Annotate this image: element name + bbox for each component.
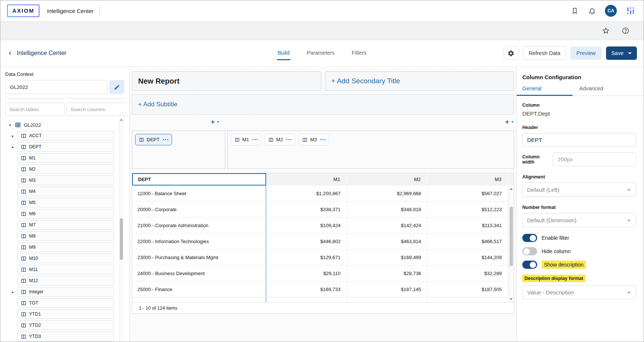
alignment-select[interactable]: Default (Left) <box>522 183 636 197</box>
add-row-column-button[interactable]: + ▾ <box>211 118 219 125</box>
column-width-input[interactable] <box>553 152 636 166</box>
add-secondary-title-box[interactable]: + Add Secondary Title <box>325 71 514 91</box>
app-window: AXIOM Intelligence Center CA <box>0 0 644 342</box>
caret-right-icon[interactable]: ▸ <box>12 134 16 138</box>
grid-cell-m3: $187,505 <box>427 281 508 297</box>
sidebar-scrollbar[interactable] <box>119 118 124 342</box>
tab-parameters[interactable]: Parameters <box>306 46 335 60</box>
grid-scrollbar-thumb[interactable] <box>510 207 513 266</box>
tree-column-box[interactable]: M9 <box>17 242 114 252</box>
column-icon <box>21 200 26 206</box>
apps-grid-button[interactable] <box>625 5 636 16</box>
field-chip-m3[interactable]: M3 <box>299 134 329 145</box>
tree-column-box[interactable]: M10 <box>17 254 114 263</box>
tree-column-box[interactable]: M1 <box>17 153 114 163</box>
field-chip-m2[interactable]: M2 <box>265 134 295 145</box>
save-button[interactable]: Save <box>606 46 637 60</box>
tree-column-box[interactable]: TOT <box>17 298 114 308</box>
tree-column-box[interactable]: ACCT <box>17 131 114 141</box>
caret-right-icon[interactable]: ▸ <box>12 145 16 149</box>
grid-header-m3[interactable]: M3 <box>427 173 508 185</box>
edit-data-context-button[interactable] <box>109 80 124 94</box>
user-avatar[interactable]: CA <box>605 5 617 17</box>
add-subtitle-box[interactable]: + Add Subtitle <box>132 94 514 114</box>
row-fields-dropzone[interactable]: DEPT <box>132 130 225 169</box>
tree-column-box[interactable]: M4 <box>17 187 114 196</box>
chevron-left-icon <box>7 50 13 56</box>
search-tables-input[interactable] <box>5 103 65 116</box>
report-settings-button[interactable] <box>504 46 519 60</box>
items-count: 1 - 10 of 124 items <box>139 306 178 311</box>
tree-column-box[interactable]: M6 <box>17 209 114 219</box>
grid-row[interactable]: 21000 - Corporate Administration $109,42… <box>132 217 514 233</box>
caret-down-icon[interactable]: ▾ <box>217 120 219 124</box>
tree-column-box[interactable]: M8 <box>17 231 114 241</box>
toggle-enable-filter[interactable] <box>522 234 537 242</box>
tree-column-box[interactable]: M3 <box>17 175 114 185</box>
header-input[interactable] <box>522 133 636 147</box>
caret-down-icon[interactable]: ▾ <box>511 120 513 124</box>
tree-column-box[interactable]: Integer <box>17 287 114 297</box>
tree-column-box[interactable]: M11 <box>17 265 114 274</box>
page-header: Intelligence Center Build Parameters Fil… <box>0 40 644 66</box>
grid-row[interactable]: 22000 - Information Technologies $446,80… <box>132 233 514 249</box>
field-chip-dept[interactable]: DEPT <box>135 134 172 145</box>
tree-column-box[interactable]: M5 <box>17 198 114 207</box>
add-column-button[interactable]: + ▾ <box>505 118 513 125</box>
chip-menu-icon[interactable] <box>320 139 325 140</box>
back-link[interactable]: Intelligence Center <box>7 50 277 57</box>
grid-cell-m2: $463,814 <box>347 233 428 249</box>
description-format-select[interactable]: Value - Description <box>522 285 636 299</box>
tree-column-box[interactable]: YTD2 <box>17 320 114 330</box>
grid-row[interactable]: 20000 - Corporate $338,371 $348,818 $512… <box>132 201 514 217</box>
tab-general[interactable]: General <box>522 86 579 96</box>
caret-right-icon[interactable]: ▸ <box>12 290 16 294</box>
notifications-button[interactable] <box>587 6 597 16</box>
tree-column-box[interactable]: YTD3 <box>17 332 114 341</box>
panel-tabs: General Advanced <box>522 86 636 96</box>
refresh-data-button[interactable]: Refresh Data <box>523 46 566 60</box>
grid-header-m1[interactable]: M1 <box>266 173 347 185</box>
grid-row[interactable]: 11000 - Balance Sheet $1,200,867 $2,969,… <box>132 185 514 201</box>
scroll-up-icon[interactable] <box>510 188 513 190</box>
favorite-button[interactable] <box>601 26 610 35</box>
chip-menu-icon[interactable] <box>286 139 291 140</box>
bookmark-button[interactable] <box>570 6 579 15</box>
axiom-logo[interactable]: AXIOM <box>7 4 39 17</box>
tree-column-box[interactable]: M12 <box>17 276 114 285</box>
data-context-input[interactable] <box>5 80 107 94</box>
caret-down-icon[interactable]: ▾ <box>8 123 12 127</box>
tree-column-box[interactable]: DEPT <box>17 142 114 152</box>
tree-column-box[interactable]: M2 <box>17 164 114 174</box>
tree-column-item-integer: ▸ Integer <box>5 287 130 297</box>
help-button[interactable] <box>621 26 630 35</box>
grid-row[interactable]: 23000 - Purchasing & Materials Mgmt $129… <box>132 249 514 265</box>
tree-column-box[interactable]: YTD1 <box>17 309 114 319</box>
tree-root-gl2022[interactable]: ▾ GL2022 <box>5 120 130 129</box>
number-format-select[interactable]: Default (Dimension) <box>522 213 636 227</box>
scroll-down-icon[interactable] <box>510 298 513 300</box>
tree-column-item-tot: ▸ TOT <box>5 298 130 308</box>
tree-column-box[interactable]: M7 <box>17 220 114 230</box>
field-chip-m1[interactable]: M1 <box>231 134 261 145</box>
toggle-show-description[interactable] <box>522 261 537 269</box>
toggle-hide-column[interactable] <box>522 247 537 255</box>
column-fields-dropzone[interactable]: M1 M2 M3 <box>227 130 514 169</box>
scroll-up-icon[interactable] <box>120 119 123 121</box>
tab-filters[interactable]: Filters <box>351 46 367 60</box>
tab-build[interactable]: Build <box>277 46 290 60</box>
tree-column-label: DEPT <box>29 144 41 149</box>
grid-header-m2[interactable]: M2 <box>347 173 428 185</box>
report-title-box[interactable]: New Report <box>132 71 321 91</box>
grid-row[interactable]: 25000 - Finance $169,733 $187,145 $187,5… <box>132 281 514 297</box>
search-columns-input[interactable] <box>66 103 130 116</box>
grid-scrollbar[interactable] <box>508 186 514 302</box>
save-dropdown-caret-icon[interactable] <box>628 52 632 54</box>
preview-button[interactable]: Preview <box>570 46 602 60</box>
chip-menu-icon[interactable] <box>252 139 258 140</box>
tab-advanced[interactable]: Advanced <box>579 86 636 96</box>
grid-row[interactable]: 24000 - Business Development $29,110 $28… <box>132 265 514 281</box>
sidebar-scrollbar-thumb[interactable] <box>120 218 123 260</box>
chip-menu-icon[interactable] <box>163 139 168 140</box>
grid-header-dept[interactable]: DEPT <box>132 173 266 185</box>
